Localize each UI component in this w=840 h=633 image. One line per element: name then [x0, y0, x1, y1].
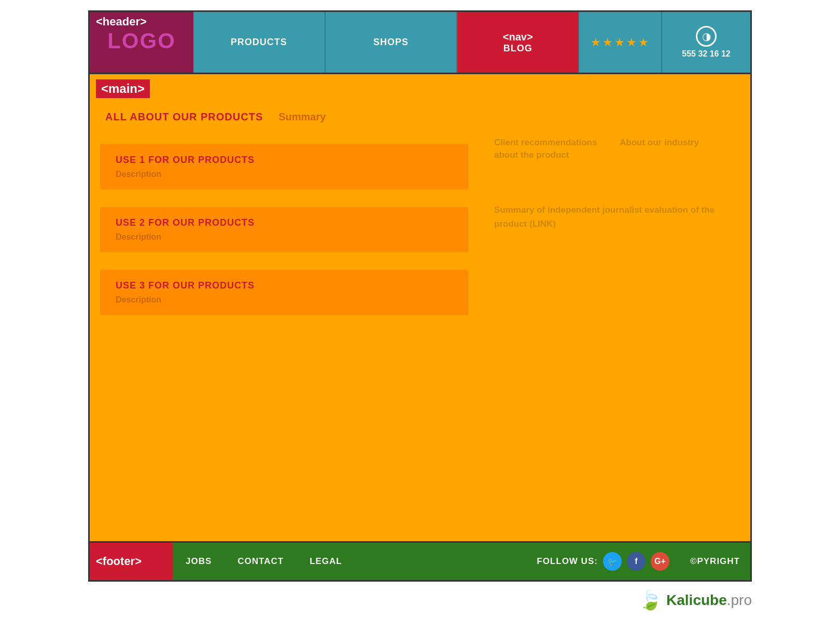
nav-phone[interactable]: ◑ 555 32 16 12 — [662, 12, 750, 73]
copyright: ©PYRIGHT — [680, 556, 750, 567]
product-block-3: USE 3 FOR OUR PRODUCTS Description — [100, 270, 468, 315]
branding: 🍃 Kalicube.pro — [88, 582, 752, 614]
product-2-title: USE 2 FOR OUR PRODUCTS — [116, 217, 453, 228]
gap4 — [90, 319, 479, 328]
journalist-summary-text[interactable]: Summary of independent journalist evalua… — [494, 203, 735, 231]
product-3-title: USE 3 FOR OUR PRODUCTS — [116, 280, 453, 291]
main-title: ALL ABOUT OUR PRODUCTS — [105, 111, 263, 123]
brand-logo: 🍃 Kalicube.pro — [639, 589, 752, 611]
footer-contact[interactable]: CONTACT — [225, 556, 297, 567]
right-top: Client recommendations about the product… — [494, 136, 735, 161]
phone-number: 555 32 16 12 — [682, 49, 730, 59]
nav-tag: <nav> — [503, 31, 533, 43]
brand-icon: 🍃 — [639, 589, 662, 611]
header-tag: <header> — [90, 12, 193, 29]
star-rating: ★★★★★ — [591, 36, 650, 49]
product-3-desc: Description — [116, 295, 453, 305]
main-section: <main> ALL ABOUT OUR PRODUCTS Summary US… — [90, 74, 750, 541]
product-1-title: USE 1 FOR OUR PRODUCTS — [116, 155, 453, 166]
main-tag: <main> — [96, 79, 150, 98]
about-text: About our industry — [620, 136, 735, 149]
footer-legal[interactable]: LEGAL — [297, 556, 355, 567]
header: <header> LOGO PRODUCTS SHOPS <nav> BLOG … — [90, 12, 750, 74]
main-tag-row: <main> — [90, 74, 479, 103]
main-left: <main> ALL ABOUT OUR PRODUCTS Summary US… — [90, 74, 479, 541]
gap3 — [90, 256, 479, 266]
nav-blog-wrapper[interactable]: <nav> BLOG — [457, 12, 579, 73]
nav-products[interactable]: PRODUCTS — [193, 12, 326, 73]
footer-nav: JOBS CONTACT LEGAL — [173, 556, 526, 567]
product-1-desc: Description — [116, 170, 453, 179]
product-2-desc: Description — [116, 232, 453, 242]
gap1 — [90, 131, 479, 140]
logo-area: LOGO — [90, 29, 193, 53]
product-block-1: USE 1 FOR OUR PRODUCTS Description — [100, 144, 468, 189]
nav-area: PRODUCTS SHOPS <nav> BLOG ★★★★★ ◑ 555 32… — [193, 12, 750, 73]
facebook-icon[interactable]: f — [627, 552, 646, 571]
nav-blog: BLOG — [503, 43, 533, 54]
phone-icon: ◑ — [696, 26, 717, 47]
nav-shops[interactable]: SHOPS — [326, 12, 458, 73]
follow-us-label: FOLLOW US: — [537, 556, 598, 567]
product-block-2: USE 2 FOR OUR PRODUCTS Description — [100, 207, 468, 252]
googleplus-icon[interactable]: G+ — [651, 552, 669, 571]
brand-name: Kalicube.pro — [666, 592, 752, 609]
logo[interactable]: LOGO — [107, 29, 176, 53]
client-recommendations-block: Client recommendations about the product — [494, 136, 609, 161]
main-summary-label[interactable]: Summary — [278, 111, 326, 123]
client-recommendations-text: Client recommendations about the product — [494, 136, 609, 161]
gap2 — [90, 194, 479, 203]
header-left: <header> LOGO — [90, 12, 193, 73]
about-block: About our industry — [620, 136, 735, 161]
main-right: Client recommendations about the product… — [479, 74, 750, 541]
twitter-icon[interactable]: 🐦 — [603, 552, 622, 571]
footer-social: FOLLOW US: 🐦 f G+ — [526, 552, 680, 571]
footer-jobs[interactable]: JOBS — [173, 556, 225, 567]
main-header-row: ALL ABOUT OUR PRODUCTS Summary — [90, 103, 479, 131]
right-bottom: Summary of independent journalist evalua… — [494, 203, 735, 231]
nav-stars: ★★★★★ — [579, 12, 662, 73]
footer-tag: <footer> — [90, 543, 173, 580]
footer: <footer> JOBS CONTACT LEGAL FOLLOW US: 🐦… — [90, 541, 750, 580]
